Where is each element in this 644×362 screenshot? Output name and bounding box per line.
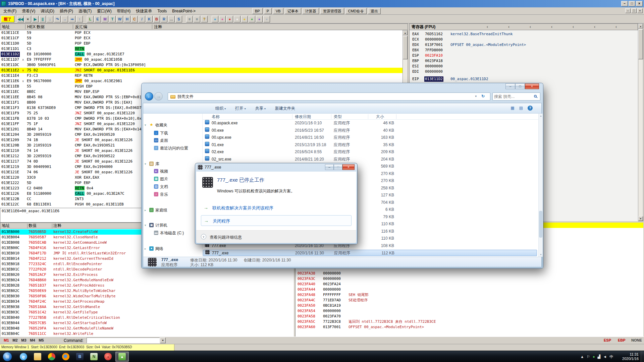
minimize-icon[interactable]: –: [621, 1, 628, 6]
network-icon[interactable]: ▟: [598, 355, 600, 359]
scroll-down-icon[interactable]: ▼: [638, 216, 643, 221]
toolbar-dot-white-icon[interactable]: ●: [234, 16, 240, 22]
register-row-edi[interactable]: EDI00000000: [410, 69, 638, 74]
register-row-ecx[interactable]: ECX00000000: [410, 37, 638, 42]
disasm-row[interactable]: 013E11DC3B0D 50003F01CMP ECX,DWORD PTR D…: [0, 62, 402, 68]
menu-item-2[interactable]: 调试(D): [38, 7, 57, 15]
scroll-up-icon[interactable]: ▲: [638, 24, 643, 28]
minimize-icon[interactable]: –: [325, 164, 334, 170]
file-column-header-1[interactable]: 修改日期: [295, 114, 311, 120]
file-row[interactable]: 00.aspack.exe2020/1/16 0:10应用程序46 KB: [203, 120, 537, 126]
maximize-icon[interactable]: □: [629, 1, 635, 6]
scroll-thumb[interactable]: [638, 29, 643, 59]
taskbar-app-internet-explorer[interactable]: e: [17, 352, 30, 362]
address-dropdown-icon[interactable]: ▾: [475, 95, 477, 98]
toolbar-run-icon[interactable]: ▶: [32, 16, 39, 22]
toolbar-references-icon[interactable]: R: [161, 16, 167, 22]
explorer-command-0[interactable]: 组织 ▾: [215, 106, 226, 111]
toolbar-dot-green-icon[interactable]: ●: [249, 16, 255, 22]
help-icon[interactable]: ?: [528, 106, 533, 111]
toolbar-step-over-icon[interactable]: ↷: [54, 16, 61, 22]
sidebar-item-music[interactable]: ♪音乐: [144, 191, 201, 198]
toolbar-threads-icon[interactable]: T: [109, 16, 116, 22]
taskbar-clock[interactable]: 11:31 2020/1/16: [616, 352, 639, 361]
dump-row[interactable]: 013EB03876D518AAkernel32.GetStdHandle: [0, 304, 295, 310]
toolbar-close-process-icon[interactable]: ×: [24, 16, 31, 22]
expand-triangle-icon[interactable]: ▸: [145, 245, 146, 252]
menu-quick-button-1[interactable]: P: [264, 8, 272, 14]
stack-row[interactable]: 0023FA48FFFFFFFFSEH 链尾部: [296, 292, 643, 298]
stack-row[interactable]: 0023FA60013F7001OFFSET 00_aspac.<ModuleE…: [296, 324, 643, 330]
menu-item-6[interactable]: 帮助(H): [114, 7, 133, 15]
file-row[interactable]: 00.upx.exe2014/8/21 16:50应用程序163 KB: [203, 134, 537, 141]
stack-row[interactable]: 0023FA400023FA24: [296, 282, 643, 287]
dialog-link-0[interactable]: →联机检查解决方案并关闭该程序: [201, 202, 352, 213]
menu-item-0[interactable]: 文件(F): [1, 7, 19, 15]
toolbar-help-icon[interactable]: ?: [201, 16, 208, 22]
stack-row[interactable]: 0023FA5400000000: [296, 308, 643, 314]
expand-triangle-icon[interactable]: ▸: [145, 207, 146, 214]
taskbar-app-firefox[interactable]: [59, 352, 72, 362]
search-input[interactable]: [494, 94, 532, 100]
toolbar-list-1-icon[interactable]: ≡: [186, 16, 193, 22]
memory-tab-m3[interactable]: M3: [19, 337, 28, 344]
stack-row[interactable]: 0023FA500BC81A19: [296, 303, 643, 308]
forward-icon[interactable]: →: [154, 92, 163, 101]
taskbar-app-media-player[interactable]: B: [73, 352, 87, 362]
registers-scrollbar[interactable]: ▲ ▼: [638, 23, 643, 221]
taskbar-app-unpacker[interactable]: ▲: [115, 352, 129, 362]
menu-quick-button-2[interactable]: VB: [273, 8, 283, 14]
sidebar-item-pictures[interactable]: ▦图片: [144, 176, 201, 182]
toolbar-handles-icon[interactable]: H: [124, 16, 130, 22]
toolbar-cpu-icon[interactable]: C: [131, 16, 138, 22]
toolbar-trace-over-icon[interactable]: ⇒: [69, 16, 75, 22]
taskbar-app-chrome[interactable]: [45, 352, 58, 362]
toolbar-call-stack-icon[interactable]: K: [146, 16, 153, 22]
memory-tab-m5[interactable]: M5: [37, 337, 46, 344]
antivirus-icon[interactable]: ●: [593, 355, 595, 359]
toolbar-breakpoints-icon[interactable]: B: [153, 16, 160, 22]
stack-row[interactable]: 0023FA5C7722B3C8返回到 ntdll.7722B3C8 来自 nt…: [296, 319, 643, 324]
dump-row[interactable]: 013EB02C76D50E69kernel32.MultiByteToWide…: [0, 288, 295, 294]
title-bar[interactable]: 15PBOD - 00.aspack.exe - [BH - 主线程, 模块 -…: [0, 0, 644, 7]
views-icon[interactable]: ▦: [511, 106, 514, 111]
toolbar-step-into-icon[interactable]: ↓: [47, 16, 53, 22]
language-chinese-icon[interactable]: 中: [609, 354, 613, 359]
dump-row[interactable]: 013EB02476D48B60kernel32.GetModuleHandle…: [0, 278, 295, 283]
dialog-title-bar[interactable]: 777_.exe – □ ×: [195, 163, 357, 172]
register-row-eip[interactable]: EIP013E11D200_aspac.013E11D2: [410, 76, 638, 82]
crash-dialog[interactable]: 777_.exe – □ × 777_.exe 已停止工作 Windows 可以…: [195, 163, 357, 244]
sidebar-item-drive-c[interactable]: ▬本地磁盘 (C:): [144, 230, 201, 236]
scroll-thumb[interactable]: [403, 36, 408, 59]
menu-quick-button-6[interactable]: CMD命令: [345, 8, 367, 14]
stack-row[interactable]: 0023FA4400000000: [296, 287, 643, 292]
toolbar-dot-pink-icon[interactable]: ●: [219, 16, 226, 22]
sidebar-item-favorites[interactable]: ▾★收藏夹: [144, 122, 201, 128]
file-column-header-2[interactable]: 类型: [334, 114, 342, 120]
toolbar-windows-icon[interactable]: W: [116, 16, 123, 22]
toolbar-dot-red-icon[interactable]: ●: [226, 16, 233, 22]
volume-icon[interactable]: ◄: [603, 355, 607, 359]
explorer-command-2[interactable]: 共享 ▾: [255, 106, 266, 111]
menu-item-1[interactable]: 查看(V): [19, 7, 38, 15]
details-expander-icon[interactable]: ∨: [201, 234, 206, 239]
breadcrumb[interactable]: 脱壳文件: [177, 94, 194, 100]
dump-row[interactable]: 013EB04C76D511CCkernel32.WriteFile: [0, 331, 295, 337]
scroll-up-icon[interactable]: ▲: [539, 114, 543, 118]
toolbar-executables-icon[interactable]: E: [94, 16, 101, 22]
dump-row[interactable]: 013EB03C76D51C42kernel32.GetFileType: [0, 310, 295, 315]
menu-item-4[interactable]: 选项(T): [76, 7, 94, 15]
disasm-row[interactable]: 013E11D7∧E9 7FFEFFFFJMP 00_aspac.013E105…: [0, 57, 402, 62]
disasm-row[interactable]: 013E11CF59POP ECX: [0, 36, 402, 41]
stack-row[interactable]: 0023FA3800000000: [296, 271, 643, 276]
expand-triangle-icon[interactable]: ▾: [145, 122, 146, 128]
taskbar-app-windows-explorer[interactable]: [31, 352, 44, 362]
sidebar-item-documents[interactable]: ▤文档: [144, 183, 201, 190]
file-row[interactable]: 02.exe2016/5/24 8:55应用程序209 KB: [203, 149, 537, 155]
preview-pane-icon[interactable]: ▤: [519, 106, 523, 111]
maximize-icon[interactable]: □: [515, 83, 525, 89]
stack-row[interactable]: 0023FA3C00000000: [296, 276, 643, 282]
mdi-close-icon[interactable]: ×: [637, 8, 643, 13]
toolbar-trace-into-icon[interactable]: →: [61, 16, 68, 22]
dump-row[interactable]: 013EB04476D57CB5kernel32.GetStartupInfoW: [0, 320, 295, 326]
